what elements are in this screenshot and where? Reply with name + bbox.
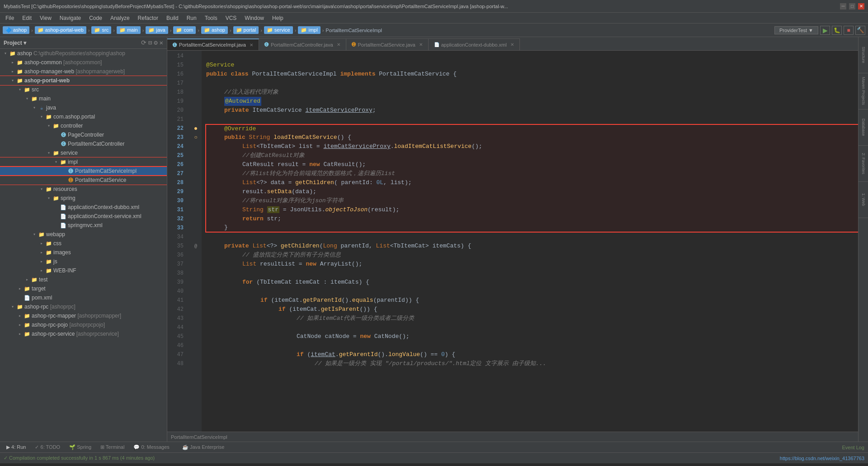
right-tab-favorites[interactable]: 2: Favorites bbox=[859, 146, 868, 182]
menu-code[interactable]: Code bbox=[85, 13, 106, 23]
tree-pom-xml[interactable]: 📄 pom.xml bbox=[0, 293, 167, 302]
close-button[interactable]: ✕ bbox=[858, 3, 864, 10]
tree-app-context-dubbo[interactable]: 📄 applicationContext-dubbo.xml bbox=[0, 203, 167, 212]
tab-portal-item-cat-controller[interactable]: 🅒 PortalItemCatController.java ✕ bbox=[259, 38, 346, 50]
tree-ashop-common[interactable]: ▸ 📁 ashop-common [ashopcommon] bbox=[0, 58, 167, 67]
code-line-19: @Autowired bbox=[206, 97, 858, 106]
tab-close-1[interactable]: ✕ bbox=[250, 43, 253, 48]
tree-app-context-service[interactable]: 📄 applicationContext-service.xml bbox=[0, 212, 167, 221]
run-button[interactable]: ▶ bbox=[820, 26, 830, 35]
nav-com[interactable]: 📁 com bbox=[173, 26, 196, 34]
bottom-tab-terminal[interactable]: ⊞ Terminal bbox=[98, 444, 127, 450]
right-tab-web[interactable]: 1: Web bbox=[859, 182, 868, 218]
tab-portal-item-cat-service-impl[interactable]: 🅒 PortalItemCatServiceImpl.java ✕ bbox=[167, 38, 259, 50]
tree-controller-folder[interactable]: ▾ 📁 controller bbox=[0, 121, 167, 130]
right-tab-database[interactable]: Database bbox=[859, 109, 868, 146]
right-tab-structure[interactable]: Structure bbox=[859, 37, 868, 73]
menu-navigate[interactable]: Navigate bbox=[56, 13, 85, 23]
tree-java[interactable]: ▾ ☕ java bbox=[0, 103, 167, 112]
tree-portal-item-cat-controller[interactable]: 🅒 PortalItemCatController bbox=[0, 139, 167, 148]
tree-main[interactable]: ▾ 📁 main bbox=[0, 94, 167, 103]
minimize-button[interactable]: ─ bbox=[840, 3, 846, 10]
nav-main[interactable]: 📁 main bbox=[117, 26, 141, 34]
tree-ashop-manager[interactable]: ▸ 📁 ashop-manager-web [ashopmanagerweb] bbox=[0, 67, 167, 76]
sync-icon[interactable]: ⟳ bbox=[141, 39, 146, 47]
tree-webapp-folder[interactable]: ▾ 📁 webapp bbox=[0, 230, 167, 239]
bottom-tab-run[interactable]: ▶ 4: Run bbox=[4, 444, 28, 450]
maximize-button[interactable]: □ bbox=[849, 3, 855, 10]
tree-portal-item-cat-service-impl[interactable]: 🅒 PortalItemCatServiceImpl bbox=[0, 166, 167, 176]
right-tab-maven[interactable]: Maven Projects bbox=[859, 73, 868, 109]
tab-close-3[interactable]: ✕ bbox=[419, 42, 423, 47]
tab-close-4[interactable]: ✕ bbox=[510, 42, 514, 47]
nav-java[interactable]: 📁 java bbox=[146, 26, 168, 34]
tree-portal-item-cat-service[interactable]: 🅘 PortalItemCatService bbox=[0, 176, 167, 185]
menu-help[interactable]: Help bbox=[269, 13, 287, 23]
build-button[interactable]: 🔨 bbox=[855, 26, 865, 35]
code-line-40 bbox=[206, 287, 858, 296]
stop-button[interactable]: ■ bbox=[844, 26, 854, 35]
sidebar-header: Project ▾ ⟳ ⊟ ⚙ ✕ bbox=[0, 37, 167, 49]
editor: 🅒 PortalItemCatServiceImpl.java ✕ 🅒 Port… bbox=[167, 37, 858, 442]
nav-ashop2[interactable]: 📁 ashop bbox=[201, 26, 228, 34]
menu-window[interactable]: Window bbox=[241, 13, 268, 23]
tree-spring-folder[interactable]: ▾ 📁 spring bbox=[0, 194, 167, 203]
tree-impl-folder[interactable]: ▾ 📁 impl bbox=[0, 157, 167, 166]
tab-portal-item-cat-service[interactable]: 🅘 PortalItemCatService.java ✕ bbox=[346, 38, 429, 50]
tree-images[interactable]: ▸ 📁 images bbox=[0, 248, 167, 257]
nav-impl[interactable]: 📁 impl bbox=[298, 26, 320, 34]
tree-ashop-rpc[interactable]: ▾ 📁 ashop-rpc [ashoprpc] bbox=[0, 302, 167, 311]
tree-test[interactable]: ▸ 📁 test bbox=[0, 275, 167, 284]
code-line-14 bbox=[206, 52, 858, 61]
bottom-tab-java-enterprise[interactable]: ☕ Java Enterprise bbox=[179, 444, 227, 450]
menu-build[interactable]: Build bbox=[163, 13, 182, 23]
bottom-tab-spring[interactable]: 🌱 Spring bbox=[66, 444, 94, 450]
code-editor[interactable]: 14 15 16 17 18 19 20 21 22 23 24 25 26 2… bbox=[167, 51, 858, 432]
menu-analyze[interactable]: Analyze bbox=[107, 13, 133, 23]
code-line-18: //注入远程代理对象 bbox=[206, 88, 858, 97]
nav-ashop[interactable]: 🔷 ashop bbox=[3, 26, 29, 34]
tree-page-controller[interactable]: 🅒 PageController bbox=[0, 130, 167, 139]
nav-service[interactable]: 📁 service bbox=[264, 26, 293, 34]
line-numbers: 14 15 16 17 18 19 20 21 22 23 24 25 26 2… bbox=[167, 51, 190, 432]
nav-portal-web[interactable]: 📁 ashop-portal-web bbox=[35, 26, 86, 34]
menu-refactor[interactable]: Refactor bbox=[134, 13, 162, 23]
csdn-link[interactable]: https://blog.csdn.net/weixin_41367763 bbox=[780, 456, 864, 461]
title-bar: MybatisTest [C:\githubRepositories\shopp… bbox=[0, 0, 868, 13]
nav-file[interactable]: PortalItemCatServiceImpl bbox=[326, 28, 382, 33]
tree-rpc-mapper[interactable]: ▸ 📁 ashop-rpc-mapper [ashoprpcmapper] bbox=[0, 311, 167, 320]
tree-src[interactable]: ▾ 📁 src bbox=[0, 85, 167, 94]
tab-close-2[interactable]: ✕ bbox=[337, 42, 340, 47]
menu-run[interactable]: Run bbox=[183, 13, 200, 23]
tree-rpc-pojo[interactable]: ▸ 📁 ashop-rpc-pojo [ashoprpcpojo] bbox=[0, 320, 167, 329]
tree-ashop-portal-web[interactable]: ▾ 📁 ashop-portal-web bbox=[0, 76, 167, 85]
window-controls: ─ □ ✕ bbox=[840, 3, 864, 10]
tree-webinf[interactable]: ▸ 📁 WEB-INF bbox=[0, 266, 167, 275]
menu-tools[interactable]: Tools bbox=[201, 13, 221, 23]
nav-portal[interactable]: 📁 portal bbox=[233, 26, 259, 34]
tree-com-ashop-portal[interactable]: ▾ 📁 com.ashop.portal bbox=[0, 112, 167, 121]
tree-target[interactable]: ▸ 📁 target bbox=[0, 284, 167, 293]
tree-js[interactable]: ▸ 📁 js bbox=[0, 257, 167, 266]
bottom-tab-messages[interactable]: 💬 0: Messages bbox=[131, 444, 172, 450]
tree-springmvc[interactable]: 📄 springmvc.xml bbox=[0, 221, 167, 230]
code-content[interactable]: @Service public class PortalItemCatServi… bbox=[202, 51, 858, 432]
debug-button[interactable]: 🐛 bbox=[832, 26, 842, 35]
bottom-tab-todo[interactable]: ✓ 6: TODO bbox=[32, 444, 63, 450]
menu-view[interactable]: View bbox=[36, 13, 55, 23]
nav-src[interactable]: 📁 src bbox=[91, 26, 111, 34]
close-sidebar-icon[interactable]: ✕ bbox=[160, 39, 163, 47]
editor-gutter: ● ○ @ bbox=[190, 51, 202, 432]
collapse-icon[interactable]: ⊟ bbox=[148, 39, 152, 47]
menu-file[interactable]: File bbox=[2, 13, 18, 23]
tree-service-folder[interactable]: ▾ 📁 service bbox=[0, 148, 167, 157]
tab-app-context-dubbo[interactable]: 📄 applicationContext-dubbo.xml ✕ bbox=[429, 38, 520, 50]
tree-resources-folder[interactable]: ▾ 📁 resources bbox=[0, 185, 167, 194]
menu-vcs[interactable]: VCS bbox=[222, 13, 241, 23]
settings-icon[interactable]: ⚙ bbox=[154, 39, 157, 47]
tree-ashop-root[interactable]: ▾ 📁 ashop C:\githubRepositories\shopping… bbox=[0, 49, 167, 58]
menu-edit[interactable]: Edit bbox=[19, 13, 35, 23]
tree-rpc-service[interactable]: ▸ 📁 ashop-rpc-service [ashoprpcservice] bbox=[0, 329, 167, 338]
event-log-label[interactable]: Event Log bbox=[842, 445, 864, 450]
tree-css[interactable]: ▸ 📁 css bbox=[0, 239, 167, 248]
